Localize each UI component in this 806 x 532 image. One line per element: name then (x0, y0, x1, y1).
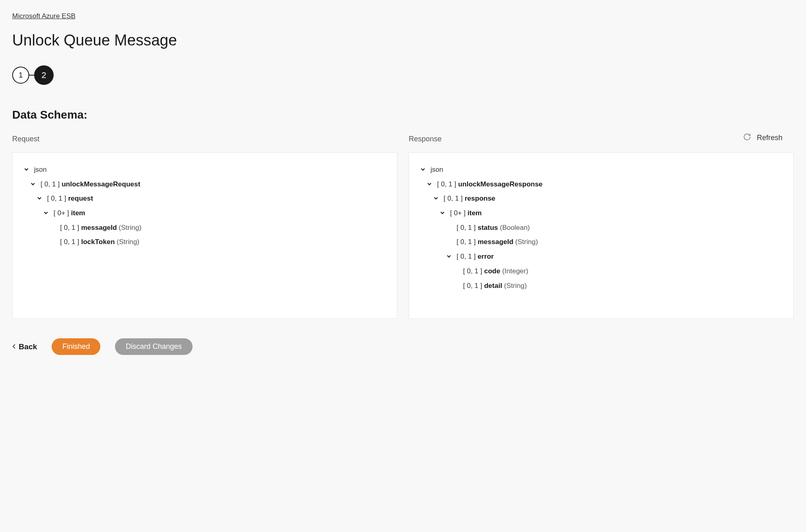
stepper: 1 2 (12, 65, 794, 85)
chevron-down-icon[interactable] (440, 206, 446, 221)
cardinality-label: [ 0+ ] (54, 209, 69, 217)
tree-node-leaf[interactable]: [ 0, 1 ] messageId (String) (420, 235, 782, 249)
chevron-down-icon[interactable] (30, 177, 37, 192)
cardinality-label: [ 0, 1 ] (444, 195, 463, 202)
response-heading: Response (409, 135, 794, 143)
node-name: error (478, 253, 494, 260)
step-connector (29, 75, 34, 76)
tree-node-root[interactable]: json (420, 162, 782, 177)
node-name: messageId (81, 224, 117, 231)
request-panel: json [ 0, 1 ] unlockMessageRequest [ 0, … (12, 152, 397, 319)
node-name: messageId (478, 238, 514, 246)
chevron-down-icon[interactable] (433, 191, 440, 206)
tree-node[interactable]: [ 0, 1 ] unlockMessageRequest (24, 177, 386, 192)
response-panel: json [ 0, 1 ] unlockMessageResponse [ 0,… (409, 152, 794, 319)
cardinality-label: [ 0, 1 ] (457, 238, 476, 246)
footer-actions: Back Finished Discard Changes (12, 338, 794, 355)
cardinality-label: [ 0, 1 ] (457, 253, 476, 260)
node-name: unlockMessageResponse (458, 180, 543, 188)
tree-node-leaf[interactable]: [ 0, 1 ] lockToken (String) (24, 235, 386, 249)
breadcrumb-link[interactable]: Microsoft Azure ESB (12, 12, 76, 20)
cardinality-label: [ 0, 1 ] (41, 180, 60, 188)
tree-node-root[interactable]: json (24, 162, 386, 177)
node-type: (Boolean) (500, 224, 530, 231)
node-name: status (478, 224, 498, 231)
tree-node-leaf[interactable]: [ 0, 1 ] detail (String) (420, 279, 782, 293)
tree-node-leaf[interactable]: [ 0, 1 ] status (Boolean) (420, 221, 782, 235)
node-type: (String) (515, 238, 538, 246)
tree-node-label: json (431, 166, 443, 173)
back-button[interactable]: Back (12, 342, 37, 351)
cardinality-label: [ 0, 1 ] (60, 238, 79, 246)
tree-node[interactable]: [ 0, 1 ] error (420, 249, 782, 264)
section-heading: Data Schema: (12, 108, 794, 121)
cardinality-label: [ 0, 1 ] (463, 282, 482, 290)
chevron-down-icon[interactable] (43, 206, 50, 221)
node-type: (String) (504, 282, 527, 290)
page-title: Unlock Queue Message (12, 32, 794, 49)
node-name: unlockMessageRequest (62, 180, 141, 188)
back-label: Back (19, 342, 37, 351)
request-heading: Request (12, 135, 397, 143)
chevron-down-icon[interactable] (427, 177, 433, 192)
cardinality-label: [ 0, 1 ] (457, 224, 476, 231)
node-type: (String) (119, 224, 141, 231)
chevron-down-icon[interactable] (37, 191, 43, 206)
node-name: item (71, 209, 85, 217)
node-name: detail (484, 282, 502, 290)
cardinality-label: [ 0, 1 ] (47, 195, 66, 202)
tree-node[interactable]: [ 0+ ] item (24, 206, 386, 221)
tree-node-leaf[interactable]: [ 0, 1 ] messageId (String) (24, 221, 386, 235)
chevron-down-icon[interactable] (24, 162, 30, 177)
step-1[interactable]: 1 (12, 67, 29, 84)
cardinality-label: [ 0+ ] (450, 209, 466, 217)
chevron-left-icon (12, 342, 16, 351)
tree-node[interactable]: [ 0+ ] item (420, 206, 782, 221)
chevron-down-icon[interactable] (420, 162, 427, 177)
node-type: (String) (117, 238, 139, 246)
node-name: response (465, 195, 496, 202)
tree-node[interactable]: [ 0, 1 ] response (420, 191, 782, 206)
chevron-down-icon[interactable] (446, 249, 453, 264)
cardinality-label: [ 0, 1 ] (463, 267, 482, 275)
node-type: (Integer) (502, 267, 528, 275)
finished-button[interactable]: Finished (52, 338, 100, 355)
node-name: request (68, 195, 93, 202)
tree-node-label: json (34, 166, 47, 173)
node-name: code (484, 267, 500, 275)
discard-button[interactable]: Discard Changes (115, 338, 192, 355)
step-2[interactable]: 2 (34, 65, 54, 85)
node-name: lockToken (81, 238, 115, 246)
cardinality-label: [ 0, 1 ] (60, 224, 79, 231)
tree-node-leaf[interactable]: [ 0, 1 ] code (Integer) (420, 264, 782, 279)
node-name: item (468, 209, 482, 217)
tree-node[interactable]: [ 0, 1 ] request (24, 191, 386, 206)
tree-node[interactable]: [ 0, 1 ] unlockMessageResponse (420, 177, 782, 192)
cardinality-label: [ 0, 1 ] (437, 180, 456, 188)
